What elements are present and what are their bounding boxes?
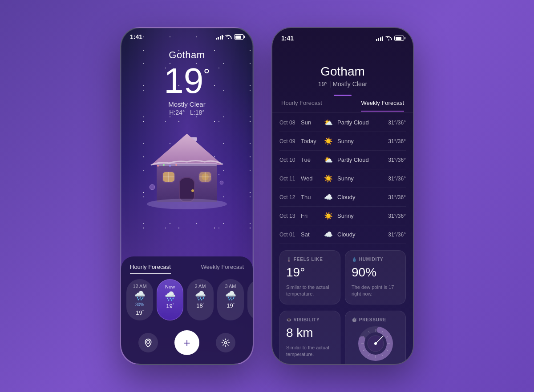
hour-percent: 30% xyxy=(135,302,144,307)
condition-1: Mostly Clear xyxy=(121,100,253,108)
hour-icon: 🌧️ xyxy=(134,291,146,300)
wifi-icon-2 xyxy=(385,34,392,42)
signal-icon-2 xyxy=(376,36,384,41)
weekly-condition: Cloudy xyxy=(335,194,388,200)
weekly-date: Oct 11 xyxy=(279,176,301,182)
weekly-row[interactable]: Oct 10 Tue ⛅ Partly Cloud 31°/36° xyxy=(279,151,406,169)
p2-header: Gotham 19° | Mostly Clear xyxy=(272,42,413,95)
bottom-panel-1: Hourly Forecast Weekly Forecast 12 AM 🌧️… xyxy=(121,256,253,364)
weekly-condition: Partly Cloud xyxy=(335,156,388,163)
svg-point-18 xyxy=(157,165,159,167)
battery-icon xyxy=(234,34,244,40)
p2-tab-hourly[interactable]: Hourly Forecast xyxy=(281,100,322,107)
info-cards: 🌡️ FEELS LIKE 19° Similar to the actual … xyxy=(272,244,413,304)
svg-point-43 xyxy=(374,342,377,345)
hour-card[interactable]: 4 AM 🌧️ 19° xyxy=(247,279,253,320)
weekly-day: Wed xyxy=(301,175,324,182)
weekly-temps: 31°/36° xyxy=(388,176,406,182)
hour-card[interactable]: 12 AM 🌧️ 30% 19° xyxy=(126,279,153,320)
settings-button[interactable] xyxy=(216,333,235,352)
visibility-desc: Similar to the actual temperature. xyxy=(286,344,334,358)
hour-temp: 18° xyxy=(196,302,204,309)
hour-card[interactable]: Now 🌧️ 19° xyxy=(157,279,183,320)
p2-tabs: Hourly Forecast Weekly Forecast xyxy=(272,100,413,112)
weekly-temps: 31°/36° xyxy=(388,213,406,219)
humidity-card: 💧 HUMIDITY 90% The dew point is 17 right… xyxy=(345,250,406,304)
hour-icon: 🌧️ xyxy=(165,292,176,300)
p2-tab-weekly[interactable]: Weekly Forecast xyxy=(361,100,404,112)
status-icons-1 xyxy=(216,34,244,40)
thermometer-icon: 🌡️ xyxy=(286,257,292,262)
tab-indicator xyxy=(334,95,352,96)
city-name-1: Gotham xyxy=(121,49,253,61)
svg-point-26 xyxy=(225,342,227,344)
forecast-tabs-1: Hourly Forecast Weekly Forecast xyxy=(121,264,253,274)
weekly-temps: 31°/36° xyxy=(388,194,406,200)
tab-hourly-1[interactable]: Hourly Forecast xyxy=(130,264,171,274)
humidity-desc: The dew point is 17 right now. xyxy=(352,284,399,298)
location-button[interactable] xyxy=(138,333,158,352)
humidity-label: 💧 HUMIDITY xyxy=(352,257,399,262)
svg-point-23 xyxy=(150,184,155,190)
weekly-temps: 31°/36° xyxy=(388,120,406,126)
pressure-gauge xyxy=(352,326,399,361)
wifi-icon xyxy=(225,34,232,40)
weekly-icon: ⛅ xyxy=(324,118,335,127)
hour-card[interactable]: 3 AM 🌧️ 19° xyxy=(217,279,244,320)
weekly-condition: Sunny xyxy=(335,175,388,182)
humidity-icon: 💧 xyxy=(352,257,357,262)
feels-like-label: 🌡️ FEELS LIKE xyxy=(286,257,334,262)
eye-icon: 👁️ xyxy=(286,317,292,322)
weekly-date: Oct 13 xyxy=(279,213,301,219)
hour-label: 2 AM xyxy=(194,284,206,289)
svg-marker-3 xyxy=(151,134,222,165)
status-bar-1: 1:41 xyxy=(121,28,253,40)
svg-point-21 xyxy=(175,164,177,166)
pressure-label: ⏱️ PRESSURE xyxy=(352,317,399,322)
weekly-row[interactable]: Oct 09 Today ☀️ Sunny 31°/36° xyxy=(279,132,406,151)
weekly-day: Tue xyxy=(301,156,324,163)
weekly-icon: ☁️ xyxy=(324,230,335,239)
status-bar-2: 1:41 xyxy=(272,28,413,42)
weekly-row[interactable]: Oct 08 Sun ⛅ Partly Cloud 31°/36° xyxy=(279,113,406,132)
tab-weekly-1[interactable]: Weekly Forecast xyxy=(201,264,244,274)
hour-card[interactable]: 2 AM 🌧️ 18° xyxy=(187,279,214,320)
add-button[interactable]: + xyxy=(174,330,199,355)
hour-temp: 19° xyxy=(166,303,174,309)
p2-subtitle: 19° | Mostly Clear xyxy=(281,80,404,88)
weekly-temps: 31°/36° xyxy=(388,232,406,238)
svg-point-20 xyxy=(169,165,171,167)
hour-temp: 19° xyxy=(136,309,144,316)
weekly-date: Oct 10 xyxy=(279,157,301,163)
hourly-scroll[interactable]: 12 AM 🌧️ 30% 19° Now 🌧️ 19° 2 AM 🌧️ 18° … xyxy=(121,279,253,320)
phone-2-content: 1:41 xyxy=(272,28,413,364)
weekly-row[interactable]: Oct 11 Wed ☀️ Sunny 31°/36° xyxy=(279,169,406,188)
svg-point-22 xyxy=(147,199,227,209)
weekly-row[interactable]: Oct 12 Thu ☁️ Cloudy 31°/36° xyxy=(279,188,406,207)
weekly-date: Oct 01 xyxy=(279,232,301,238)
visibility-label: 👁️ VISIBILITY xyxy=(286,317,334,322)
hour-label: Now xyxy=(165,284,175,289)
svg-point-7 xyxy=(191,189,194,192)
p2-city: Gotham xyxy=(281,64,404,79)
weekly-condition: Sunny xyxy=(335,212,388,219)
weekly-condition: Sunny xyxy=(335,138,388,144)
feels-like-value: 19° xyxy=(286,265,334,280)
feels-like-card: 🌡️ FEELS LIKE 19° Similar to the actual … xyxy=(279,250,340,304)
weekly-day: Sat xyxy=(301,231,324,238)
phone-2: 1:41 xyxy=(271,27,414,365)
svg-point-19 xyxy=(163,164,165,166)
weekly-day: Sun xyxy=(301,119,324,126)
pressure-icon: ⏱️ xyxy=(352,317,357,322)
weekly-row[interactable]: Oct 01 Sat ☁️ Cloudy 31°/36° xyxy=(279,225,406,244)
svg-rect-17 xyxy=(157,163,217,166)
hour-icon: 🌧️ xyxy=(225,291,236,300)
weekly-section: Oct 08 Sun ⛅ Partly Cloud 31°/36° Oct 09… xyxy=(272,113,413,244)
weekly-date: Oct 08 xyxy=(279,120,301,126)
weekly-icon: ☀️ xyxy=(324,137,335,145)
weekly-row[interactable]: Oct 13 Fri ☀️ Sunny 31°/36° xyxy=(279,207,406,225)
visibility-value: 8 km xyxy=(286,326,334,340)
status-icons-2 xyxy=(376,34,405,42)
svg-point-24 xyxy=(220,181,223,184)
status-time-1: 1:41 xyxy=(130,33,142,40)
